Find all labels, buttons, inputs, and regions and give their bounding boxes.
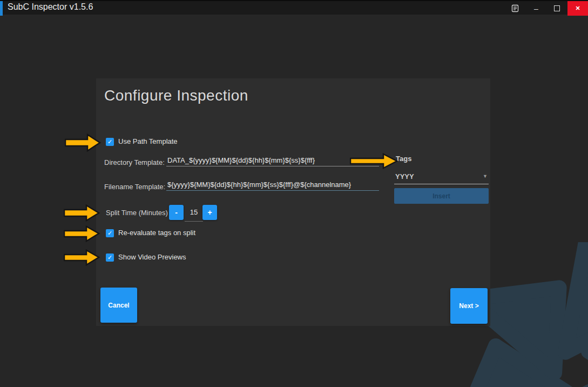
- split-time-value[interactable]: 15: [185, 208, 203, 222]
- reevaluate-tags-label: Re-evaluate tags on split: [118, 229, 195, 237]
- split-time-increment-button[interactable]: +: [202, 205, 217, 220]
- split-time-label: Split Time (Minutes): [106, 209, 168, 217]
- minimize-button[interactable]: –: [525, 1, 547, 16]
- insert-button[interactable]: Insert: [394, 188, 489, 204]
- reevaluate-tags-checkbox[interactable]: ✓: [106, 229, 114, 237]
- next-button[interactable]: Next >: [450, 288, 488, 324]
- close-button[interactable]: ✕: [567, 1, 588, 16]
- use-path-template-checkbox[interactable]: ✓: [106, 138, 114, 146]
- minimize-icon: –: [534, 4, 538, 13]
- configure-inspection-dialog: Configure Inspection ✓ Use Path Template…: [96, 78, 490, 326]
- show-video-previews-label: Show Video Previews: [118, 253, 186, 261]
- maximize-icon: [554, 5, 560, 11]
- directory-template-label: Directory Template:: [104, 158, 165, 166]
- chevron-down-icon: ▼: [483, 174, 488, 179]
- window-title: SubC Inspector v1.5.6: [8, 2, 93, 12]
- annotation-arrow-split-time: [64, 204, 100, 222]
- check-icon: ✓: [107, 138, 112, 145]
- use-path-template-label: Use Path Template: [118, 137, 178, 145]
- filename-template-label: Filename Template:: [104, 183, 165, 191]
- tags-selected-option: YYYY: [395, 172, 414, 181]
- annotation-arrow-show-video-previews: [64, 249, 100, 266]
- annotation-arrow-tags: [350, 153, 398, 169]
- split-time-decrement-button[interactable]: -: [169, 205, 184, 220]
- titlebar-accent-strip: [0, 1, 3, 16]
- titlebar: SubC Inspector v1.5.6 – ✕: [0, 0, 588, 15]
- tags-dropdown[interactable]: YYYY ▼: [394, 171, 489, 184]
- annotation-arrow-re-evaluate-tags: [64, 225, 100, 242]
- show-video-previews-checkbox[interactable]: ✓: [106, 253, 114, 262]
- maximize-button[interactable]: [546, 1, 567, 16]
- close-icon: ✕: [575, 5, 580, 12]
- cancel-button[interactable]: Cancel: [100, 288, 137, 323]
- log-icon: [511, 4, 519, 12]
- log-button[interactable]: [504, 1, 526, 16]
- annotation-arrow-use-path-template: [65, 134, 102, 152]
- check-icon: ✓: [107, 230, 112, 236]
- dialog-title: Configure Inspection: [104, 87, 248, 104]
- filename-template-input[interactable]: [166, 180, 379, 191]
- check-icon: ✓: [107, 254, 112, 261]
- directory-template-input[interactable]: [166, 156, 379, 166]
